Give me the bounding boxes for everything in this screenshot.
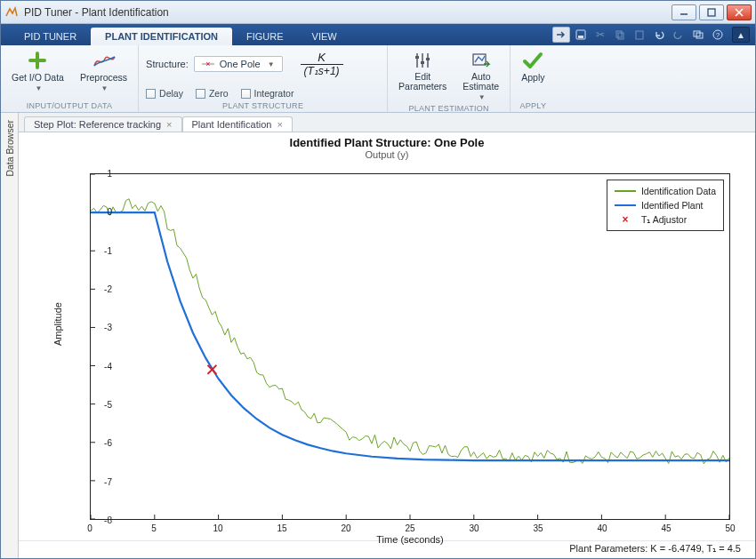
tab-figure[interactable]: FIGURE xyxy=(232,28,298,45)
structure-dropdown[interactable]: × One Pole ▼ xyxy=(194,56,283,72)
app-logo-icon xyxy=(4,5,19,20)
help-icon[interactable]: ? xyxy=(709,27,727,43)
auto-estimate-icon xyxy=(470,51,493,70)
ribbon-quick-access: ✂ ? ▲ xyxy=(552,24,755,45)
chart-subtitle: Output (y) xyxy=(19,149,755,160)
get-io-data-button[interactable]: Get I/O Data ▼ xyxy=(8,49,68,94)
window-controls xyxy=(672,4,752,20)
tab-pid-tuner[interactable]: PID TUNER xyxy=(10,28,91,45)
edit-parameters-label: Edit Parameters xyxy=(398,72,446,92)
collapse-ribbon-button[interactable]: ▲ xyxy=(732,27,750,43)
group-label-apply: APPLY xyxy=(518,100,548,112)
close-button[interactable] xyxy=(727,4,752,20)
tab-plant-identification[interactable]: PLANT IDENTIFICATION xyxy=(91,28,232,45)
legend-swatch-adjustor: × xyxy=(615,212,636,227)
y-tick: -1 xyxy=(91,245,112,255)
x-tick: 5 xyxy=(151,523,157,533)
minimize-button[interactable] xyxy=(672,4,696,20)
shortcuts-icon[interactable] xyxy=(552,27,570,43)
window-title: PID Tuner - Plant Identification xyxy=(24,6,666,19)
save-icon[interactable] xyxy=(572,27,590,43)
ribbon-tabs: PID TUNER PLANT IDENTIFICATION FIGURE VI… xyxy=(1,24,755,45)
svg-text:×: × xyxy=(205,60,210,68)
chevron-down-icon: ▼ xyxy=(268,60,275,68)
legend[interactable]: Identification Data Identified Plant × T… xyxy=(607,180,724,231)
x-tick: 40 xyxy=(597,523,607,533)
preprocess-label: Preprocess xyxy=(80,72,127,83)
maximize-button[interactable] xyxy=(699,4,724,20)
tab-view[interactable]: VIEW xyxy=(298,28,351,45)
plot-area: Data Browser Step Plot: Reference tracki… xyxy=(1,113,755,558)
figure-panel: Step Plot: Reference tracking × Plant Id… xyxy=(19,113,755,558)
y-tick: 0 xyxy=(91,207,112,217)
sliders-icon xyxy=(411,51,434,70)
integrator-checkbox[interactable]: Integrator xyxy=(241,88,294,99)
y-tick: -7 xyxy=(91,476,112,486)
svg-rect-20 xyxy=(426,58,430,60)
cut-icon[interactable]: ✂ xyxy=(591,27,609,43)
svg-rect-19 xyxy=(421,61,424,64)
y-tick: -8 xyxy=(91,515,112,525)
x-tick: 25 xyxy=(405,523,414,533)
group-label-io: INPUT/OUTPUT DATA xyxy=(8,100,131,112)
chart-title: Identified Plant Structure: One Pole xyxy=(19,136,755,149)
legend-item-data: Identification Data xyxy=(615,184,716,198)
legend-item-plant: Identified Plant xyxy=(615,198,716,212)
delay-checkbox[interactable]: Delay xyxy=(146,88,183,99)
y-axis-label: Amplitude xyxy=(52,302,63,346)
chart-zone[interactable]: Identified Plant Structure: One Pole Out… xyxy=(19,132,755,540)
x-tick: 10 xyxy=(213,523,222,533)
legend-item-adjustor: × T₁ Adjustor xyxy=(615,212,716,227)
auto-estimate-button[interactable]: Auto Estimate ▼ xyxy=(459,49,503,103)
group-plant-structure: Structure: × One Pole ▼ K (T₁s+1) Delay xyxy=(139,45,388,112)
figure-tabs: Step Plot: Reference tracking × Plant Id… xyxy=(19,113,755,132)
x-tick: 30 xyxy=(469,523,479,533)
get-io-data-label: Get I/O Data xyxy=(12,72,64,83)
svg-rect-5 xyxy=(578,36,583,38)
x-tick: 45 xyxy=(661,523,671,533)
switch-windows-icon[interactable] xyxy=(689,27,707,43)
apply-button[interactable]: Apply xyxy=(518,49,548,84)
svg-rect-21 xyxy=(473,54,486,65)
axes: Identification Data Identified Plant × T… xyxy=(90,173,730,520)
edit-parameters-button[interactable]: Edit Parameters xyxy=(395,49,450,93)
x-axis-label: Time (seconds) xyxy=(90,534,730,545)
zero-checkbox[interactable]: Zero xyxy=(196,88,229,99)
close-icon[interactable]: × xyxy=(277,119,282,130)
structure-selected: One Pole xyxy=(220,59,261,69)
chevron-down-icon: ▼ xyxy=(101,84,109,92)
figure-tab-plant-identification[interactable]: Plant Identification × xyxy=(182,116,293,132)
data-browser-tab[interactable]: Data Browser xyxy=(1,113,19,558)
app-window: PID Tuner - Plant Identification PID TUN… xyxy=(0,0,756,559)
y-tick: -3 xyxy=(91,323,112,332)
y-tick: -4 xyxy=(91,361,112,371)
chevron-down-icon: ▼ xyxy=(36,84,43,92)
undo-icon[interactable] xyxy=(650,27,668,43)
svg-rect-18 xyxy=(415,56,419,59)
pole-glyph-icon: × xyxy=(202,60,214,68)
y-tick: 1 xyxy=(91,169,112,179)
figure-tab-step-plot[interactable]: Step Plot: Reference tracking × xyxy=(24,116,182,132)
paste-icon[interactable] xyxy=(631,27,648,43)
apply-label: Apply xyxy=(521,72,544,83)
redo-icon[interactable] xyxy=(670,27,688,43)
y-tick: -6 xyxy=(91,438,112,448)
x-tick: 35 xyxy=(533,523,543,533)
titlebar: PID Tuner - Plant Identification xyxy=(1,1,755,24)
legend-swatch-data xyxy=(615,190,636,192)
copy-icon[interactable] xyxy=(611,27,629,43)
auto-estimate-label: Auto Estimate xyxy=(462,72,499,92)
preprocess-icon xyxy=(92,51,116,70)
structure-field-label: Structure: xyxy=(146,59,189,69)
checkmark-icon xyxy=(521,51,544,70)
x-tick: 15 xyxy=(277,523,286,533)
svg-rect-6 xyxy=(616,31,622,37)
toolstrip: Get I/O Data ▼ Preprocess ▼ INPUT/OUTPUT… xyxy=(1,45,755,113)
svg-rect-8 xyxy=(636,31,643,39)
svg-rect-7 xyxy=(618,33,623,39)
preprocess-button[interactable]: Preprocess ▼ xyxy=(76,49,131,94)
close-icon[interactable]: × xyxy=(166,119,172,130)
tf-numerator: K xyxy=(318,51,326,64)
transfer-function-display: K (T₁s+1) xyxy=(292,49,352,79)
y-tick: -5 xyxy=(91,400,112,410)
